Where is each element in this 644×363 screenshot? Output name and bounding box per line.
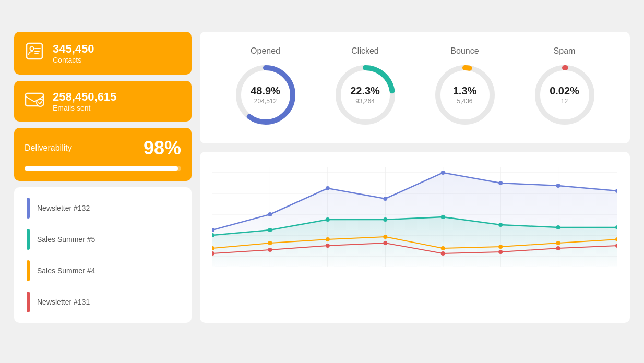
svg-point-42	[556, 225, 560, 229]
metric-clicked: Clicked 22.3% 93,264	[331, 46, 399, 129]
svg-point-49	[498, 245, 503, 249]
legend-item-3: Newsletter #131	[27, 292, 179, 312]
opened-title: Opened	[251, 46, 280, 56]
legend-label-3: Newsletter #131	[37, 298, 90, 306]
svg-point-58	[556, 246, 560, 250]
svg-point-57	[498, 250, 503, 254]
legend-label-1: Sales Summer #5	[37, 235, 95, 244]
svg-point-33	[498, 181, 503, 185]
opened-count: 204,512	[251, 98, 280, 105]
spam-center: 0.02% 12	[550, 85, 579, 105]
bounce-pct: 1.3%	[453, 85, 477, 96]
legend-item-0: Newsletter #132	[27, 198, 179, 219]
svg-point-38	[326, 217, 330, 222]
emails-value: 258,450,615	[53, 90, 116, 104]
chart-svg	[212, 162, 617, 277]
svg-point-48	[441, 246, 445, 250]
svg-point-47	[383, 235, 387, 239]
svg-point-56	[441, 251, 445, 256]
spam-count: 12	[550, 98, 579, 105]
contacts-text: 345,450 Contacts	[53, 42, 94, 64]
svg-point-32	[441, 171, 445, 175]
svg-point-29	[268, 212, 272, 216]
opened-pct: 48.9%	[251, 85, 280, 96]
emails-label: Emails sent	[53, 104, 116, 112]
legend-dot-0	[27, 198, 30, 219]
dashboard: 345,450 Contacts 258,450,615 Emails sent	[14, 32, 630, 331]
deliverability-pct: 98%	[144, 137, 181, 159]
svg-point-31	[383, 197, 387, 201]
contacts-card: 345,450 Contacts	[14, 32, 192, 75]
legend-dot-1	[27, 229, 30, 250]
deliverability-top: Deliverability 98%	[25, 137, 181, 159]
svg-point-39	[383, 217, 387, 222]
contacts-value: 345,450	[53, 42, 94, 56]
emails-text: 258,450,615 Emails sent	[53, 90, 116, 112]
svg-point-45	[268, 241, 272, 245]
metrics-card: Opened 48.9% 204,512 Clicked	[200, 32, 630, 143]
svg-point-53	[268, 248, 272, 252]
contacts-icon	[25, 41, 44, 65]
svg-point-55	[383, 241, 387, 245]
clicked-pct: 22.3%	[350, 85, 380, 96]
emails-card: 258,450,615 Emails sent	[14, 81, 192, 122]
clicked-center: 22.3% 93,264	[350, 85, 380, 105]
bounce-title: Bounce	[450, 46, 479, 56]
svg-point-50	[556, 241, 560, 245]
spam-pct: 0.02%	[550, 85, 579, 96]
svg-point-1	[30, 47, 34, 51]
emails-icon	[25, 92, 44, 111]
opened-donut: 48.9% 204,512	[232, 61, 300, 129]
legend-item-2: Sales Summer #4	[27, 260, 179, 281]
metric-spam: Spam 0.02% 12	[531, 46, 599, 129]
clicked-count: 93,264	[350, 98, 380, 105]
svg-point-46	[326, 237, 330, 241]
chart-card	[200, 152, 630, 323]
progress-bar-bg	[25, 166, 181, 171]
right-column: Opened 48.9% 204,512 Clicked	[200, 32, 630, 323]
spam-donut: 0.02% 12	[531, 61, 599, 129]
deliverability-card: Deliverability 98%	[14, 128, 192, 181]
legend-item-1: Sales Summer #5	[27, 229, 179, 250]
bounce-donut: 1.3% 5,436	[431, 61, 499, 129]
legend-label-2: Sales Summer #4	[37, 267, 95, 275]
svg-point-34	[556, 184, 560, 188]
left-column: 345,450 Contacts 258,450,615 Emails sent	[14, 32, 192, 323]
metric-opened: Opened 48.9% 204,512	[232, 46, 300, 129]
deliverability-label: Deliverability	[25, 143, 72, 153]
spam-title: Spam	[554, 46, 576, 56]
svg-point-30	[326, 186, 330, 190]
opened-center: 48.9% 204,512	[251, 85, 280, 105]
progress-bar-fill	[25, 166, 178, 171]
legend-card: Newsletter #132 Sales Summer #5 Sales Su…	[14, 187, 192, 323]
legend-dot-2	[27, 260, 30, 281]
legend-dot-3	[27, 292, 30, 312]
bounce-center: 1.3% 5,436	[453, 85, 477, 105]
svg-point-41	[498, 223, 503, 227]
svg-point-40	[441, 215, 445, 219]
clicked-title: Clicked	[351, 46, 378, 56]
bounce-count: 5,436	[453, 98, 477, 105]
contacts-label: Contacts	[53, 56, 94, 64]
svg-point-54	[326, 244, 330, 248]
metric-bounce: Bounce 1.3% 5,436	[431, 46, 499, 129]
legend-label-0: Newsletter #132	[37, 204, 90, 212]
svg-point-37	[268, 228, 272, 232]
clicked-donut: 22.3% 93,264	[331, 61, 399, 129]
